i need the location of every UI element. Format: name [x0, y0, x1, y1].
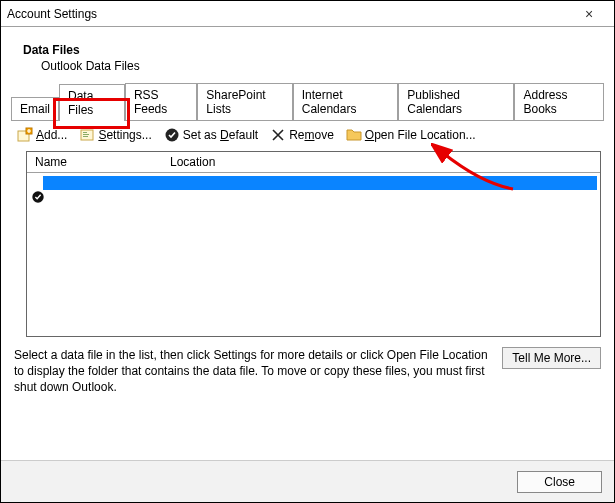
tab-address-books[interactable]: Address Books: [514, 83, 604, 120]
folder-icon: [346, 127, 362, 143]
svg-rect-4: [83, 134, 89, 135]
check-circle-icon: [164, 127, 180, 143]
titlebar: Account Settings ×: [1, 1, 614, 27]
svg-rect-3: [83, 132, 87, 133]
remove-icon: [270, 127, 286, 143]
window-close-button[interactable]: ×: [570, 2, 608, 26]
settings-icon: [79, 127, 95, 143]
tab-rss-feeds[interactable]: RSS Feeds: [125, 83, 197, 120]
default-indicator-icon: [31, 190, 45, 207]
tab-published-calendars[interactable]: Published Calendars: [398, 83, 514, 120]
remove-button[interactable]: Remove: [270, 127, 334, 143]
tell-me-more-button[interactable]: Tell Me More...: [502, 347, 601, 369]
list-header: Name Location: [27, 152, 600, 173]
tab-sharepoint-lists[interactable]: SharePoint Lists: [197, 83, 292, 120]
column-name-header[interactable]: Name: [27, 152, 162, 172]
footer-section: Select a data file in the list, then cli…: [1, 337, 614, 396]
add-icon: [17, 127, 33, 143]
close-icon: ×: [585, 6, 593, 22]
selected-row[interactable]: [43, 176, 597, 190]
page-title: Data Files: [23, 43, 592, 57]
add-button[interactable]: Add...: [17, 127, 67, 143]
open-file-location-button[interactable]: Open File Location...: [346, 127, 476, 143]
tabs-row: Email Data Files RSS Feeds SharePoint Li…: [11, 83, 604, 121]
column-location-header[interactable]: Location: [162, 152, 600, 172]
set-default-button[interactable]: Set as Default: [164, 127, 258, 143]
tab-data-files[interactable]: Data Files: [59, 84, 125, 121]
window-title: Account Settings: [7, 7, 570, 21]
svg-rect-5: [83, 136, 88, 137]
header-section: Data Files Outlook Data Files: [1, 27, 614, 83]
account-settings-dialog: Account Settings × Data Files Outlook Da…: [0, 0, 615, 503]
dialog-footer: Close: [1, 460, 614, 502]
close-button[interactable]: Close: [517, 471, 602, 493]
toolbar: Add... Settings... Set as Default Remove…: [1, 121, 614, 151]
page-subtitle: Outlook Data Files: [41, 59, 592, 73]
tab-internet-calendars[interactable]: Internet Calendars: [293, 83, 399, 120]
data-files-list[interactable]: Name Location: [26, 151, 601, 337]
tab-email[interactable]: Email: [11, 97, 59, 120]
help-text: Select a data file in the list, then cli…: [14, 347, 492, 396]
settings-button[interactable]: Settings...: [79, 127, 151, 143]
